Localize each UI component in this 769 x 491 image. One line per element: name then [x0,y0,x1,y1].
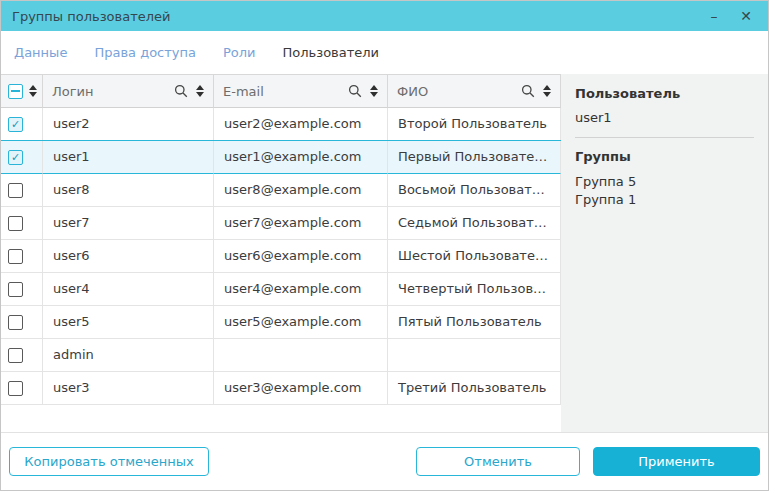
user-groups-dialog: Группы пользователей – ✕ Данные Права до… [0,0,769,491]
apply-button[interactable]: Применить [593,447,760,476]
copy-selected-button[interactable]: Копировать отмеченных [9,447,209,476]
content-area: Логин E-mail ФИО user2 user2@ [1,74,768,432]
fio-cell: Шестой Пользователь [388,240,561,273]
email-cell: user2@example.com [214,108,388,141]
tab-roles[interactable]: Роли [223,45,256,60]
table-row[interactable]: user3 user3@example.com Третий Пользоват… [1,372,561,405]
table-row[interactable]: user7 user7@example.com Седьмой Пользова… [1,207,561,240]
checkbox-cell [1,240,43,273]
table-row[interactable]: user5 user5@example.com Пятый Пользовате… [1,306,561,339]
table-row[interactable]: user4 user4@example.com Четвертый Пользо… [1,273,561,306]
tab-users[interactable]: Пользователи [283,45,380,60]
login-cell: user6 [43,240,214,273]
checkbox-cell [1,339,43,372]
email-cell [214,339,388,372]
search-icon[interactable] [348,84,362,98]
row-checkbox[interactable] [8,150,23,165]
email-cell: user3@example.com [214,372,388,405]
title-bar: Группы пользователей – ✕ [1,1,768,31]
cancel-button[interactable]: Отменить [416,447,580,476]
column-header-fio: ФИО [388,75,561,108]
footer-bar: Копировать отмеченных Отменить Применить [1,432,768,490]
sort-icon[interactable] [196,85,204,97]
row-checkbox[interactable] [8,249,23,264]
select-all-header [1,75,43,108]
checkbox-cell [1,273,43,306]
fio-cell: Второй Пользователь [388,108,561,141]
table-row[interactable]: user6 user6@example.com Шестой Пользоват… [1,240,561,273]
checkbox-cell [1,141,43,174]
row-checkbox[interactable] [8,315,23,330]
row-checkbox[interactable] [8,381,23,396]
select-all-checkbox[interactable] [8,84,23,99]
fio-cell: Третий Пользователь [388,372,561,405]
table-row[interactable]: user8 user8@example.com Восьмой Пользова… [1,174,561,207]
fio-cell: Восьмой Пользователь [388,174,561,207]
column-header-login: Логин [43,75,214,108]
column-label: Логин [52,84,166,99]
login-cell: user2 [43,108,214,141]
fio-cell [388,339,561,372]
email-cell: user1@example.com [214,141,388,174]
email-cell: user4@example.com [214,273,388,306]
row-checkbox[interactable] [8,348,23,363]
window-title: Группы пользователей [12,9,703,24]
login-cell: user7 [43,207,214,240]
sort-icon[interactable] [543,85,551,97]
panel-divider [575,137,754,138]
row-checkbox[interactable] [8,216,23,231]
column-label: E-mail [223,84,340,99]
row-checkbox[interactable] [8,282,23,297]
checkbox-cell [1,207,43,240]
fio-cell: Четвертый Пользователь [388,273,561,306]
row-checkbox[interactable] [8,183,23,198]
email-cell: user6@example.com [214,240,388,273]
groups-section-label: Группы [575,149,754,164]
table-row[interactable]: user1 user1@example.com Первый Пользоват… [1,141,561,174]
fio-cell: Пятый Пользователь [388,306,561,339]
checkbox-cell [1,306,43,339]
fio-cell: Первый Пользователь [388,141,561,174]
login-cell: user3 [43,372,214,405]
search-icon[interactable] [521,84,535,98]
tab-access-rights[interactable]: Права доступа [94,45,196,60]
row-checkbox[interactable] [8,117,23,132]
checkbox-cell [1,174,43,207]
table-row[interactable]: admin [1,339,561,372]
login-cell: admin [43,339,214,372]
email-cell: user5@example.com [214,306,388,339]
selected-user-value: user1 [575,110,754,125]
close-icon[interactable]: ✕ [735,8,757,24]
column-header-email: E-mail [214,75,388,108]
column-label: ФИО [397,84,513,99]
checkbox-cell [1,108,43,141]
group-item: Группа 5 [575,173,754,191]
checkbox-cell [1,372,43,405]
users-table: Логин E-mail ФИО user2 user2@ [1,74,561,432]
login-cell: user8 [43,174,214,207]
email-cell: user7@example.com [214,207,388,240]
tab-bar: Данные Права доступа Роли Пользователи [1,31,768,74]
table-header: Логин E-mail ФИО [1,75,561,108]
tab-data[interactable]: Данные [14,45,67,60]
login-cell: user5 [43,306,214,339]
search-icon[interactable] [174,84,188,98]
details-panel: Пользователь user1 Группы Группа 5 Групп… [561,74,768,432]
fio-cell: Седьмой Пользователь [388,207,561,240]
email-cell: user8@example.com [214,174,388,207]
sort-icon[interactable] [370,85,378,97]
sort-icon[interactable] [29,85,37,97]
login-cell: user4 [43,273,214,306]
group-item: Группа 1 [575,191,754,209]
table-row[interactable]: user2 user2@example.com Второй Пользоват… [1,108,561,141]
user-section-label: Пользователь [575,86,754,101]
minimize-icon[interactable]: – [703,8,725,24]
login-cell: user1 [43,141,214,174]
